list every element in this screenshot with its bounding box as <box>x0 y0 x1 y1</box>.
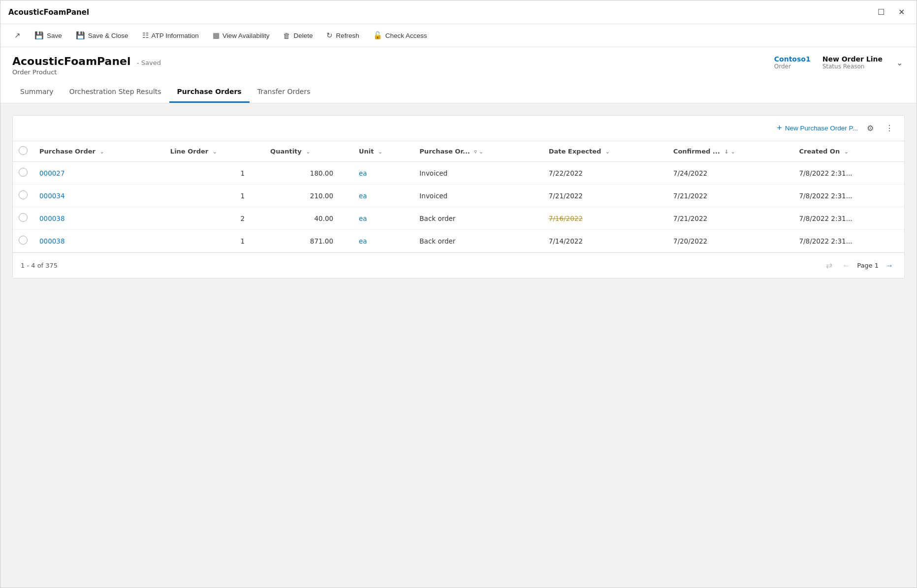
col-header-confirmed[interactable]: Confirmed ... ↓⌄ <box>667 141 793 162</box>
unit-link-1[interactable]: ea <box>359 192 367 200</box>
tab-summary[interactable]: Summary <box>12 82 62 103</box>
status-meta-item: New Order Line Status Reason <box>822 55 883 70</box>
table-row: 000038 2 40.00 ea Back order 7/16/2022 7… <box>13 207 904 230</box>
atp-information-button[interactable]: ☷ ATP Information <box>136 28 205 43</box>
toolbar: ↗ 💾 Save 💾 Save & Close ☷ ATP Informatio… <box>0 24 917 47</box>
maximize-button[interactable]: ☐ <box>874 5 888 19</box>
save-close-button[interactable]: 💾 Save & Close <box>70 28 134 43</box>
title-bar: AcousticFoamPanel ☐ ✕ <box>0 0 917 24</box>
row-checkbox-3[interactable] <box>19 236 28 245</box>
prev-page-button[interactable]: ← <box>839 259 853 272</box>
view-avail-icon: ▦ <box>213 31 220 40</box>
cell-status-2: Back order <box>413 207 542 230</box>
col-header-status[interactable]: Purchase Or... ▿⌄ <box>413 141 542 162</box>
tab-orchestration[interactable]: Orchestration Step Results <box>62 82 169 103</box>
col-header-line-order[interactable]: Line Order ⌄ <box>164 141 264 162</box>
cell-purchase-order-3: 000038 <box>33 230 164 252</box>
purchase-order-link-3[interactable]: 000038 <box>39 237 65 245</box>
refresh-label: Refresh <box>336 32 359 39</box>
row-selector-2[interactable] <box>13 207 33 230</box>
cell-created-on-3: 7/8/2022 2:31... <box>793 230 904 252</box>
check-access-button[interactable]: 🔓 Check Access <box>367 28 433 43</box>
date-expected-value-3: 7/14/2022 <box>549 237 583 245</box>
row-checkbox-1[interactable] <box>19 190 28 199</box>
check-access-label: Check Access <box>385 32 427 39</box>
save-button[interactable]: 💾 Save <box>29 28 68 43</box>
cell-purchase-order-0: 000027 <box>33 162 164 185</box>
row-selector-3[interactable] <box>13 230 33 252</box>
pagination-range: 1 - 4 of 375 <box>21 262 58 269</box>
cell-quantity-1: 210.00 <box>264 185 353 207</box>
cell-created-on-2: 7/8/2022 2:31... <box>793 207 904 230</box>
cell-unit-0: ea <box>353 162 413 185</box>
table-header-row: Purchase Order ⌄ Line Order ⌄ Quantity ⌄… <box>13 141 904 162</box>
col-header-quantity[interactable]: Quantity ⌄ <box>264 141 353 162</box>
cell-confirmed-1: 7/21/2022 <box>667 185 793 207</box>
col-header-unit[interactable]: Unit ⌄ <box>353 141 413 162</box>
new-purchase-order-button[interactable]: + New Purchase Order P... <box>777 123 858 133</box>
col-header-date-expected[interactable]: Date Expected ⌄ <box>543 141 667 162</box>
content-area: + New Purchase Order P... ⚙ ⋮ Purchase O… <box>0 103 917 588</box>
cell-line-order-0: 1 <box>164 162 264 185</box>
purchase-order-link-1[interactable]: 000034 <box>39 192 65 200</box>
table-row: 000034 1 210.00 ea Invoiced 7/21/2022 7/… <box>13 185 904 207</box>
order-label: Order <box>774 63 791 70</box>
next-page-button[interactable]: → <box>883 259 896 272</box>
grid-more-button[interactable]: ⋮ <box>883 122 896 135</box>
select-all-checkbox[interactable] <box>19 146 28 155</box>
row-selector-1[interactable] <box>13 185 33 207</box>
purchase-order-link-0[interactable]: 000027 <box>39 169 65 177</box>
window-title: AcousticFoamPanel <box>8 8 89 17</box>
save-icon: 💾 <box>34 31 44 40</box>
cell-line-order-1: 1 <box>164 185 264 207</box>
cell-date-expected-2: 7/16/2022 <box>543 207 667 230</box>
table-row: 000027 1 180.00 ea Invoiced 7/22/2022 7/… <box>13 162 904 185</box>
refresh-icon: ↻ <box>326 31 333 40</box>
unit-link-0[interactable]: ea <box>359 169 367 177</box>
new-purchase-order-label: New Purchase Order P... <box>785 124 858 132</box>
view-avail-label: View Availability <box>222 32 270 39</box>
delete-icon: 🗑 <box>283 31 290 40</box>
purchase-order-link-2[interactable]: 000038 <box>39 215 65 222</box>
date-expected-value-1: 7/21/2022 <box>549 192 583 200</box>
refresh-button[interactable]: ↻ Refresh <box>320 28 365 43</box>
cell-quantity-0: 180.00 <box>264 162 353 185</box>
grid-settings-button[interactable]: ⚙ <box>864 122 877 135</box>
atp-icon: ☷ <box>142 31 149 40</box>
open-in-new-button[interactable]: ↗ <box>8 28 27 43</box>
row-checkbox-2[interactable] <box>19 213 28 222</box>
record-title: AcousticFoamPanel <box>12 55 131 67</box>
cell-created-on-1: 7/8/2022 2:31... <box>793 185 904 207</box>
cell-quantity-2: 40.00 <box>264 207 353 230</box>
first-page-button[interactable]: ⇄ <box>823 259 835 272</box>
record-saved-status: - Saved <box>137 59 161 66</box>
check-access-icon: 🔓 <box>373 31 382 40</box>
row-checkbox-0[interactable] <box>19 168 28 177</box>
record-meta: Contoso1 Order New Order Line Status Rea… <box>774 55 905 70</box>
status-value: New Order Line <box>822 55 883 63</box>
status-label: Status Reason <box>822 63 865 70</box>
delete-button[interactable]: 🗑 Delete <box>277 29 318 43</box>
grid-toolbar: + New Purchase Order P... ⚙ ⋮ <box>13 116 904 141</box>
grid-footer: 1 - 4 of 375 ⇄ ← Page 1 → <box>13 252 904 278</box>
pagination-controls: ⇄ ← Page 1 → <box>823 259 896 272</box>
cell-confirmed-2: 7/21/2022 <box>667 207 793 230</box>
unit-link-2[interactable]: ea <box>359 215 367 222</box>
cell-unit-2: ea <box>353 207 413 230</box>
cell-quantity-3: 871.00 <box>264 230 353 252</box>
view-availability-button[interactable]: ▦ View Availability <box>207 28 276 43</box>
order-link[interactable]: Contoso1 <box>774 55 811 63</box>
col-header-created-on[interactable]: Created On ⌄ <box>793 141 904 162</box>
col-header-purchase-order[interactable]: Purchase Order ⌄ <box>33 141 164 162</box>
unit-link-3[interactable]: ea <box>359 237 367 245</box>
cell-status-3: Back order <box>413 230 542 252</box>
cell-unit-1: ea <box>353 185 413 207</box>
row-selector-0[interactable] <box>13 162 33 185</box>
tab-purchase-orders[interactable]: Purchase Orders <box>169 82 250 103</box>
tab-transfer-orders[interactable]: Transfer Orders <box>250 82 318 103</box>
cell-line-order-2: 2 <box>164 207 264 230</box>
close-button[interactable]: ✕ <box>894 5 909 19</box>
record-chevron-button[interactable]: ⌄ <box>894 56 905 69</box>
plus-icon: + <box>777 123 782 133</box>
page-label: Page 1 <box>857 262 879 269</box>
